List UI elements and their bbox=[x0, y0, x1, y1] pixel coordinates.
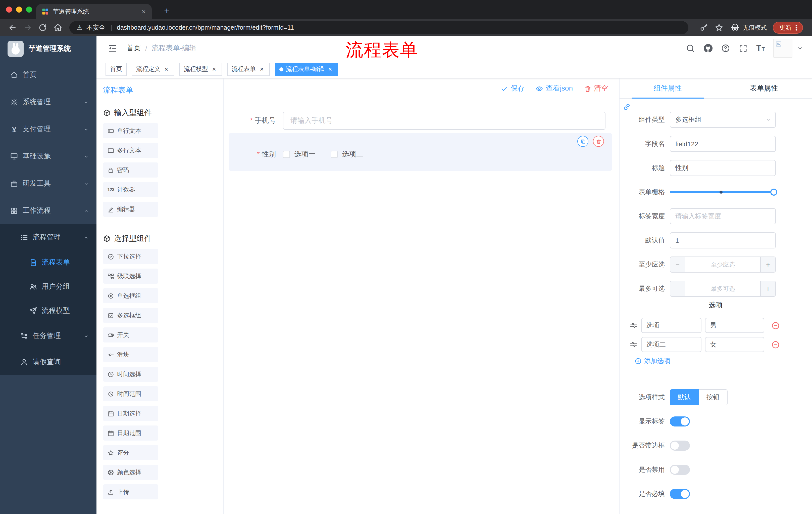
option-style-default[interactable]: 默认 bbox=[670, 389, 699, 405]
reload-button[interactable] bbox=[36, 21, 49, 34]
stepper-increase-button[interactable]: + bbox=[760, 257, 775, 272]
stepper-increase-button[interactable]: + bbox=[760, 281, 775, 296]
link-icon[interactable] bbox=[622, 103, 631, 111]
field-name-input[interactable]: field122 bbox=[670, 136, 776, 152]
user-avatar[interactable] bbox=[773, 39, 792, 58]
component-cascader[interactable]: 级联选择 bbox=[103, 269, 158, 283]
default-value-input[interactable]: 1 bbox=[670, 232, 776, 248]
sidebar-item-payment[interactable]: ¥支付管理 bbox=[0, 116, 96, 143]
view-json-button[interactable]: 查看json bbox=[536, 84, 573, 93]
back-button[interactable] bbox=[6, 21, 19, 34]
stepper-value[interactable]: 至少应选 bbox=[685, 257, 760, 272]
tag-close-icon[interactable]: × bbox=[258, 65, 265, 73]
browser-menu-icon[interactable] bbox=[793, 24, 800, 31]
sidebar-item-system[interactable]: 系统管理 bbox=[0, 88, 96, 116]
show-label-switch[interactable] bbox=[670, 416, 690, 427]
font-size-icon[interactable]: TT bbox=[756, 44, 765, 52]
tag-close-icon[interactable]: × bbox=[327, 65, 334, 73]
component-password[interactable]: 密码 bbox=[103, 162, 158, 178]
sidebar-item-home[interactable]: 首页 bbox=[0, 61, 96, 88]
chrome-update-button[interactable]: 更新 bbox=[773, 22, 803, 34]
component-upload[interactable]: 上传 bbox=[103, 484, 158, 499]
required-switch[interactable] bbox=[670, 489, 690, 499]
minus-circle-icon[interactable] bbox=[771, 340, 780, 349]
component-textarea[interactable]: 多行文本 bbox=[103, 143, 158, 158]
component-counter[interactable]: 123计数器 bbox=[103, 182, 158, 197]
component-date-range[interactable]: 日期范围 bbox=[103, 426, 158, 440]
component-type-select[interactable]: 多选框组 bbox=[670, 112, 776, 128]
slider-handle[interactable] bbox=[770, 189, 777, 196]
tag-process-definition[interactable]: 流程定义× bbox=[132, 63, 174, 76]
sidebar-item-leave-query[interactable]: 请假查询 bbox=[0, 349, 96, 375]
phone-input[interactable]: 请输入手机号 bbox=[283, 112, 606, 130]
canvas-field-gender-selected[interactable]: *性别 选项一选项二 bbox=[229, 133, 612, 171]
form-grid-slider[interactable] bbox=[670, 184, 776, 200]
new-tab-button[interactable]: + bbox=[160, 4, 174, 18]
component-radio-group[interactable]: 单选框组 bbox=[103, 288, 158, 303]
add-option-button[interactable]: 添加选项 bbox=[635, 356, 812, 366]
browser-home-button[interactable] bbox=[51, 21, 64, 34]
sidebar-item-process-model[interactable]: 流程模型 bbox=[0, 299, 96, 323]
component-select[interactable]: 下拉选择 bbox=[103, 249, 158, 264]
gender-option-2[interactable]: 选项二 bbox=[330, 150, 363, 159]
stepper-value[interactable]: 最多可选 bbox=[685, 281, 760, 296]
tab-close-icon[interactable]: × bbox=[140, 7, 148, 16]
tag-process-form[interactable]: 流程表单× bbox=[227, 63, 270, 76]
stepper-decrease-button[interactable]: − bbox=[670, 281, 685, 296]
component-checkbox-group[interactable]: 多选框组 bbox=[103, 308, 158, 323]
github-icon[interactable] bbox=[703, 44, 713, 53]
bookmark-star-icon[interactable] bbox=[713, 21, 726, 34]
copy-field-button[interactable] bbox=[577, 136, 588, 147]
forward-button[interactable] bbox=[21, 21, 34, 34]
component-rate[interactable]: 评分 bbox=[103, 445, 158, 460]
option-label-input[interactable]: 选项一 bbox=[641, 318, 701, 333]
panel-tab-form-props[interactable]: 表单属性 bbox=[716, 78, 812, 98]
canvas-field-phone[interactable]: *手机号 请输入手机号 bbox=[229, 112, 606, 130]
breadcrumb-home[interactable]: 首页 bbox=[127, 44, 141, 53]
delete-field-button[interactable] bbox=[593, 136, 604, 147]
stepper-decrease-button[interactable]: − bbox=[670, 257, 685, 272]
tag-process-form-edit[interactable]: 流程表单-编辑× bbox=[275, 63, 338, 76]
tag-home[interactable]: 首页 bbox=[106, 63, 127, 76]
component-slider[interactable]: 滑块 bbox=[103, 347, 158, 362]
tag-close-icon[interactable]: × bbox=[210, 65, 218, 73]
sidebar-item-workflow[interactable]: 工作流程 bbox=[0, 197, 96, 224]
fullscreen-icon[interactable] bbox=[738, 44, 748, 53]
sidebar-item-user-group[interactable]: 用户分组 bbox=[0, 275, 96, 299]
clear-button[interactable]: 清空 bbox=[584, 84, 608, 93]
option-handle-icon[interactable] bbox=[630, 341, 638, 349]
sidebar-item-infrastructure[interactable]: 基础设施 bbox=[0, 143, 96, 170]
browser-tab[interactable]: 芋道管理系统 × bbox=[36, 4, 152, 19]
component-date-picker[interactable]: 日期选择 bbox=[103, 406, 158, 421]
sidebar-toggle-button[interactable] bbox=[108, 43, 118, 53]
checkbox-box[interactable] bbox=[283, 151, 290, 158]
search-icon[interactable] bbox=[686, 44, 695, 53]
component-time-picker[interactable]: 时间选择 bbox=[103, 367, 158, 382]
sidebar-item-process-form[interactable]: 流程表单 bbox=[0, 250, 96, 275]
option-label-input[interactable]: 选项二 bbox=[641, 337, 701, 352]
address-bar[interactable]: ⚠ 不安全 dashboard.yudao.iocoder.cn/bpm/man… bbox=[69, 21, 688, 34]
sidebar-item-process-management[interactable]: 流程管理 bbox=[0, 224, 96, 250]
title-input[interactable]: 性别 bbox=[670, 160, 776, 176]
checkbox-box[interactable] bbox=[330, 151, 338, 158]
with-border-switch[interactable] bbox=[670, 440, 690, 451]
tag-process-model[interactable]: 流程模型× bbox=[179, 63, 222, 76]
sidebar-item-devtools[interactable]: 研发工具 bbox=[0, 170, 96, 197]
component-color-picker[interactable]: 颜色选择 bbox=[103, 465, 158, 480]
label-width-input[interactable]: 请输入标签宽度 bbox=[670, 208, 776, 224]
option-style-button[interactable]: 按钮 bbox=[699, 389, 728, 405]
form-canvas[interactable]: *手机号 请输入手机号 *性别 选项一选项二 bbox=[224, 99, 619, 514]
save-button[interactable]: 保存 bbox=[501, 84, 525, 93]
zoom-window-button[interactable] bbox=[26, 6, 32, 12]
disabled-switch[interactable] bbox=[670, 465, 690, 475]
component-editor[interactable]: 编辑器 bbox=[103, 202, 158, 217]
option-handle-icon[interactable] bbox=[630, 321, 638, 329]
minimize-window-button[interactable] bbox=[16, 6, 22, 12]
option-value-input[interactable]: 男 bbox=[705, 318, 764, 333]
option-value-input[interactable]: 女 bbox=[705, 337, 764, 352]
gender-option-1[interactable]: 选项一 bbox=[283, 150, 316, 159]
help-icon[interactable] bbox=[721, 44, 730, 53]
close-window-button[interactable] bbox=[6, 6, 12, 12]
sidebar-item-task-management[interactable]: 任务管理 bbox=[0, 323, 96, 349]
component-input[interactable]: 单行文本 bbox=[103, 123, 158, 138]
